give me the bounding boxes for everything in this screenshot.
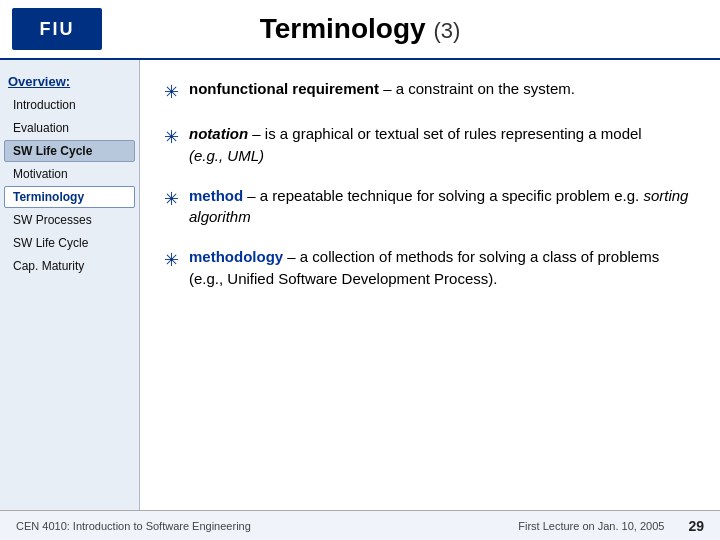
list-item: ✳ methodology – a collection of methods …: [164, 246, 696, 290]
footer-right-text: First Lecture on Jan. 10, 2005: [518, 520, 664, 532]
sidebar-item-evaluation[interactable]: Evaluation: [4, 117, 135, 139]
term-rest-4: – a collection of methods for solving a …: [287, 248, 659, 265]
bullet-star-3: ✳: [164, 186, 179, 212]
term-3: method: [189, 187, 243, 204]
term-4: methodology: [189, 248, 283, 265]
term-1: nonfunctional requirement: [189, 80, 379, 97]
sidebar-item-cap-maturity[interactable]: Cap. Maturity: [4, 255, 135, 277]
footer-left: CEN 4010: Introduction to Software Engin…: [16, 520, 251, 532]
logo-text: FIU: [40, 19, 75, 40]
content-area: ✳ nonfunctional requirement – a constrai…: [140, 60, 720, 540]
main-layout: Overview: Introduction Evaluation SW Lif…: [0, 60, 720, 540]
sidebar-item-sw-life-cycle[interactable]: SW Life Cycle: [4, 232, 135, 254]
header: FIU Terminology (3): [0, 0, 720, 60]
sidebar-item-sw-life-cycle-group[interactable]: SW Life Cycle: [4, 140, 135, 162]
term-rest-2: – is a graphical or textual set of rules…: [252, 125, 641, 142]
term-rest-3: – a repeatable technique for solving a s…: [247, 187, 643, 204]
sidebar-heading: Overview:: [0, 68, 139, 93]
bullet-text-3: method – a repeatable technique for solv…: [189, 185, 696, 229]
list-item: ✳ nonfunctional requirement – a constrai…: [164, 78, 696, 105]
sidebar-item-motivation[interactable]: Motivation: [4, 163, 135, 185]
term-rest2-4: (e.g., Unified Software Development Proc…: [189, 270, 497, 287]
bullet-star-1: ✳: [164, 79, 179, 105]
sidebar-item-sw-processes[interactable]: SW Processes: [4, 209, 135, 231]
bullet-star-4: ✳: [164, 247, 179, 273]
page-number: 29: [688, 518, 704, 534]
list-item: ✳ notation – is a graphical or textual s…: [164, 123, 696, 167]
bullet-text-4: methodology – a collection of methods fo…: [189, 246, 696, 290]
sidebar-item-terminology[interactable]: Terminology: [4, 186, 135, 208]
bullet-star-2: ✳: [164, 124, 179, 150]
title-text: Terminology: [260, 13, 426, 44]
bullet-list: ✳ nonfunctional requirement – a constrai…: [164, 78, 696, 290]
bullet-text-1: nonfunctional requirement – a constraint…: [189, 78, 575, 100]
term-2: notation: [189, 125, 248, 142]
footer: CEN 4010: Introduction to Software Engin…: [0, 510, 720, 540]
page-title: Terminology (3): [260, 13, 461, 45]
sidebar-item-introduction[interactable]: Introduction: [4, 94, 135, 116]
term-rest-1: – a constraint on the system.: [383, 80, 575, 97]
bullet-text-2: notation – is a graphical or textual set…: [189, 123, 696, 167]
logo-area: FIU: [12, 8, 102, 50]
fiu-logo: FIU: [12, 8, 102, 50]
sidebar: Overview: Introduction Evaluation SW Lif…: [0, 60, 140, 540]
list-item: ✳ method – a repeatable technique for so…: [164, 185, 696, 229]
term-rest2-2: (e.g., UML): [189, 147, 264, 164]
footer-right: First Lecture on Jan. 10, 2005 29: [518, 518, 704, 534]
title-subtitle: (3): [433, 18, 460, 43]
